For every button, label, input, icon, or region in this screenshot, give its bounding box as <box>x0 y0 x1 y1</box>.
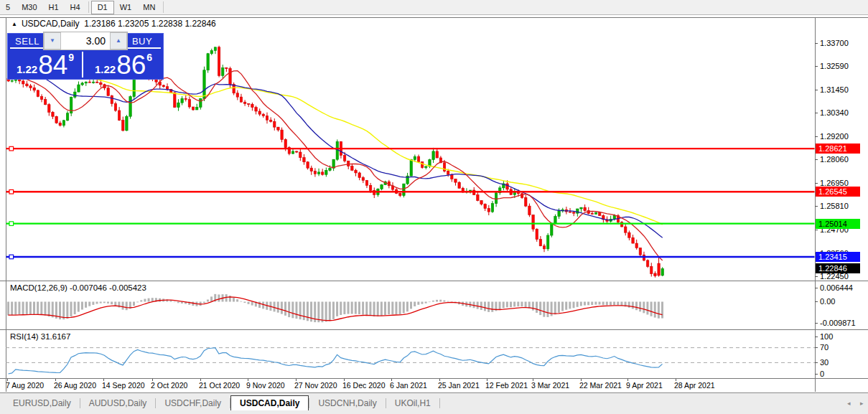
volume-decrease-button[interactable]: ▼ <box>44 32 61 50</box>
candle-body <box>355 170 357 173</box>
macd-histogram-bar <box>343 302 345 314</box>
macd-histogram-bar <box>274 302 276 312</box>
tab-scroll-left-icon[interactable]: ◂ <box>847 400 851 407</box>
candle-body <box>358 173 360 178</box>
chart-tab-eurusd[interactable]: EURUSD,Daily <box>4 396 80 410</box>
timeframe-button-d1[interactable]: D1 <box>91 1 114 14</box>
macd-histogram-bar <box>632 302 634 309</box>
macd-histogram-bar <box>606 302 608 306</box>
rsi-tick-mark <box>815 337 818 337</box>
volume-input[interactable] <box>61 32 110 50</box>
macd-histogram-bar <box>410 302 412 309</box>
macd-histogram-bar <box>136 302 139 303</box>
macd-histogram-bar <box>417 302 419 305</box>
candle-body <box>181 98 183 103</box>
macd-histogram-bar <box>602 302 605 305</box>
chart-tab-ukoil[interactable]: UKOil,H1 <box>386 396 439 410</box>
candle-body <box>599 213 601 216</box>
line-anchor-handle[interactable] <box>9 146 14 151</box>
candle-body <box>59 123 61 125</box>
candle-body <box>403 184 405 195</box>
candle-body <box>484 204 486 209</box>
macd-histogram-bar <box>554 302 556 315</box>
candle-body <box>33 88 35 90</box>
date-tick-label: 27 Nov 2020 <box>294 381 337 390</box>
macd-histogram-bar <box>610 302 612 306</box>
macd-histogram-bar <box>643 302 645 314</box>
chart-collapse-icon[interactable]: ▲ <box>11 21 17 27</box>
macd-histogram-bar <box>243 302 246 304</box>
toolbar-separator <box>88 1 89 13</box>
chart-tab-usdchf[interactable]: USDCHF,Daily <box>156 396 230 410</box>
candle-body <box>22 81 24 84</box>
candle-body <box>262 114 264 116</box>
candle-body <box>654 273 656 276</box>
candle-body <box>381 184 383 189</box>
volume-control: ▼ ▲ <box>43 32 128 50</box>
timeframe-button-m30[interactable]: M30 <box>16 1 42 14</box>
candle-body <box>551 223 553 235</box>
timeframe-button-mn[interactable]: MN <box>137 1 161 14</box>
macd-histogram-bar <box>210 296 213 301</box>
macd-histogram-bar <box>654 302 656 318</box>
candle-body <box>594 213 597 215</box>
macd-histogram-bar <box>628 302 630 308</box>
macd-histogram-bar <box>37 302 39 315</box>
candle-body <box>347 161 350 166</box>
chart-tab-usdcad[interactable]: USDCAD,Daily <box>230 395 309 410</box>
line-anchor-handle[interactable] <box>9 255 14 259</box>
macd-histogram-bar <box>594 302 597 305</box>
candle-body <box>480 200 482 204</box>
chart-tab-audusd[interactable]: AUDUSD,Daily <box>80 396 156 410</box>
macd-histogram-bar <box>477 302 479 309</box>
macd-histogram-bar <box>491 302 493 312</box>
ask-price-button[interactable]: 1.22866 <box>85 52 162 77</box>
macd-histogram-bar <box>18 302 20 315</box>
macd-histogram-bar <box>406 302 409 312</box>
candle-body <box>536 229 538 239</box>
macd-histogram-bar <box>103 302 106 304</box>
macd-histogram-bar <box>381 302 383 316</box>
line-anchor-handle[interactable] <box>9 189 14 194</box>
chart-tab-usdcnh[interactable]: USDCNH,Daily <box>309 396 385 410</box>
candle-body <box>11 80 13 81</box>
ask-figure: 1.22 <box>95 63 116 75</box>
candle-body <box>111 95 113 103</box>
macd-histogram-bar <box>432 301 434 302</box>
candle-body <box>399 194 401 196</box>
timeframe-button-h4[interactable]: H4 <box>65 1 86 14</box>
timeframe-button-w1[interactable]: W1 <box>114 1 138 14</box>
macd-histogram-bar <box>351 302 353 314</box>
macd-histogram-bar <box>558 302 560 313</box>
bid-price-button[interactable]: 1.22849 <box>9 52 83 77</box>
macd-histogram-bar <box>517 302 519 307</box>
timeframe-button-h1[interactable]: H1 <box>43 1 65 14</box>
date-tick-label: 22 Mar 2021 <box>579 381 622 390</box>
tab-scroll-right-icon[interactable]: ▸ <box>860 400 864 407</box>
sell-button[interactable]: SELL <box>10 34 45 49</box>
candle-body <box>528 206 531 215</box>
candle-body <box>248 103 250 104</box>
macd-histogram-bar <box>74 302 76 315</box>
volume-increase-button[interactable]: ▲ <box>110 32 127 50</box>
macd-histogram-bar <box>62 302 65 320</box>
candle-body <box>174 93 176 108</box>
candle-body <box>477 195 479 201</box>
rsi-pane[interactable] <box>6 330 816 378</box>
macd-histogram-bar <box>262 302 264 309</box>
macd-histogram-bar <box>11 302 13 316</box>
candle-body <box>200 99 202 108</box>
price-tick-mark <box>815 113 818 113</box>
candle-body <box>251 104 253 107</box>
macd-histogram-bar <box>347 302 350 314</box>
line-anchor-handle[interactable] <box>9 222 14 226</box>
rsi-tick-mark <box>815 347 818 348</box>
macd-histogram-bar <box>303 302 305 321</box>
date-tick-label: 6 Jan 2021 <box>390 381 427 390</box>
date-tick-label: 3 Mar 2021 <box>531 381 569 390</box>
macd-histogram-bar <box>395 302 397 314</box>
candle-body <box>546 235 549 249</box>
candle-body <box>351 166 353 171</box>
timeframe-button-5[interactable]: 5 <box>0 1 16 14</box>
buy-button[interactable]: BUY <box>123 34 161 49</box>
